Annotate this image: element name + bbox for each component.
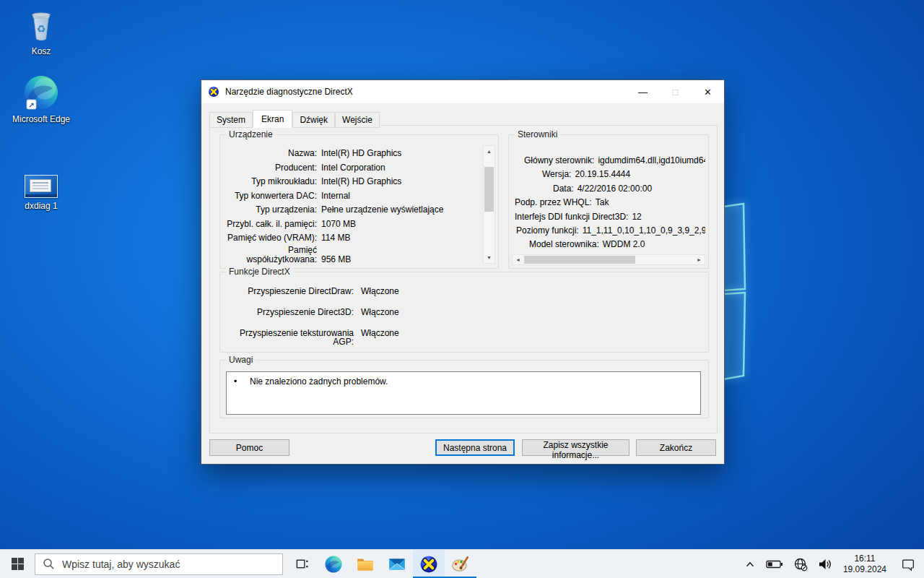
taskbar-app-paint[interactable]	[445, 550, 476, 578]
titlebar: Narzędzie diagnostyczne DirectX — □ ✕	[201, 80, 724, 103]
globe-no-internet-icon	[793, 557, 808, 571]
driver-row-value: WDDM 2.0	[603, 239, 645, 249]
driver-row-value: 4/22/2016 02:00:00	[578, 184, 652, 194]
taskbar-search[interactable]	[35, 553, 283, 575]
taskbar-clock[interactable]: 16:11 19.09.2024	[837, 553, 892, 575]
taskbar: 16:11 19.09.2024	[0, 549, 924, 578]
tab-wejscie[interactable]: Wejście	[335, 112, 380, 128]
device-row-label: Pamięć wideo (VRAM):	[226, 231, 317, 246]
taskbar-app-dxdiag[interactable]	[413, 550, 445, 578]
tab-system[interactable]: System	[209, 112, 253, 128]
device-row: Typ konwertera DAC:Internal	[226, 189, 476, 204]
taskbar-app-mail[interactable]	[381, 550, 413, 578]
recycle-bin-icon: ♻	[6, 6, 76, 43]
search-input[interactable]	[62, 558, 275, 570]
device-row: Przybl. całk. il. pamięci:1070 MB	[226, 217, 476, 232]
device-row-label: Typ konwertera DAC:	[226, 189, 317, 204]
notification-icon	[901, 557, 915, 571]
start-button[interactable]	[0, 550, 35, 578]
feature-row-label: Przyspieszenie teksturowania AGP:	[226, 329, 354, 346]
driver-row: Interfejs DDI funkcji Direct3D:12	[515, 210, 705, 224]
exit-button[interactable]: Zakończ	[636, 439, 716, 456]
window-title: Narzędzie diagnostyczne DirectX	[225, 87, 353, 97]
save-all-info-button[interactable]: Zapisz wszystkie informacje...	[522, 439, 629, 456]
scroll-down-icon[interactable]: ▼	[484, 252, 494, 263]
device-row: Pamięć wideo (VRAM):114 MB	[226, 231, 476, 246]
driver-row-value: Tak	[596, 197, 609, 207]
driver-row-value: 11_1,11_0,10_1,10_0,9_3,9_2,9_1	[583, 225, 705, 236]
screenshot-file-icon	[6, 160, 76, 198]
driver-row-label: Wersja:	[542, 169, 571, 179]
notes-group-title: Uwagi	[226, 355, 256, 365]
device-row-label: Przybl. całk. il. pamięci:	[226, 217, 317, 232]
feature-row: Przyspieszenie teksturowania AGP:Włączon…	[226, 329, 708, 346]
desktop-icon-dxdiag-file[interactable]: dxdiag 1	[6, 160, 76, 211]
desktop-icon-label: Microsoft Edge	[6, 114, 76, 124]
tab-strip: SystemEkranDźwiękWejście	[209, 112, 380, 126]
feature-row-label: Przyspieszenie Direct3D:	[226, 308, 354, 316]
device-row-value: Intel(R) HD Graphics	[321, 175, 401, 189]
driver-row: Model sterownika:WDDM 2.0	[515, 238, 705, 251]
folder-icon	[356, 555, 375, 574]
taskbar-app-file-explorer[interactable]	[349, 550, 381, 578]
dxdiag-app-icon	[208, 86, 219, 98]
taskbar-app-edge[interactable]	[318, 550, 349, 578]
desktop: ♻ Kosz ↗ Microsoft Edge	[0, 0, 924, 578]
tray-chevron-button[interactable]	[739, 550, 761, 578]
scroll-right-icon[interactable]: ►	[694, 255, 705, 264]
drivers-group-title: Sterowniki	[515, 129, 560, 139]
tray-network-button[interactable]	[788, 550, 813, 578]
driver-row-label: Interfejs DDI funkcji Direct3D:	[515, 212, 628, 222]
driver-row-label: Poziomy funkcji:	[516, 225, 579, 236]
device-vertical-scrollbar[interactable]: ▲ ▼	[483, 145, 495, 264]
action-center-button[interactable]	[892, 550, 924, 578]
tray-volume-button[interactable]	[813, 550, 837, 578]
device-row-value: Pełne urządzenie wyświetlające	[321, 203, 443, 217]
tab-dzwiek[interactable]: Dźwięk	[292, 112, 335, 128]
minimize-button[interactable]: —	[627, 80, 659, 103]
note-text: Nie znaleziono żadnych problemów.	[250, 376, 388, 387]
mail-icon	[388, 555, 406, 574]
desktop-icon-label: dxdiag 1	[6, 201, 76, 211]
notes-listbox[interactable]: • Nie znaleziono żadnych problemów.	[226, 371, 701, 415]
task-view-button[interactable]	[286, 550, 318, 578]
feature-row-value: Włączone	[361, 287, 399, 296]
scrollbar-thumb[interactable]	[524, 256, 635, 264]
feature-row-value: Włączone	[361, 329, 399, 346]
close-button[interactable]: ✕	[692, 80, 724, 103]
driver-row-value: 12	[632, 212, 641, 222]
drivers-horizontal-scrollbar[interactable]: ◄ ►	[512, 254, 705, 265]
device-row-value: Intel Corporation	[321, 161, 385, 176]
desktop-icon-recycle-bin[interactable]: ♻ Kosz	[6, 6, 76, 56]
bullet-icon: •	[234, 376, 250, 387]
scroll-left-icon[interactable]: ◄	[513, 255, 523, 264]
edge-icon	[324, 555, 343, 574]
driver-row: Główny sterownik:igdumdim64.dll,igd10ium…	[515, 154, 705, 168]
driver-row-label: Główny sterownik:	[524, 155, 594, 165]
scrollbar-thumb[interactable]	[484, 167, 494, 212]
next-page-button[interactable]: Następna strona	[435, 439, 515, 456]
desktop-icon-microsoft-edge[interactable]: ↗ Microsoft Edge	[6, 74, 76, 124]
search-icon	[43, 558, 55, 570]
driver-row-label: Data:	[553, 184, 574, 194]
feature-row: Przyspieszenie DirectDraw:Włączone	[226, 287, 708, 296]
paint-icon	[451, 555, 470, 574]
tab-ekran[interactable]: Ekran	[253, 110, 292, 128]
maximize-button-disabled: □	[659, 80, 692, 103]
clock-date: 19.09.2024	[843, 564, 886, 575]
notes-groupbox: Uwagi • Nie znaleziono żadnych problemów…	[219, 360, 709, 418]
scroll-up-icon[interactable]: ▲	[484, 146, 494, 157]
tray-battery-button[interactable]	[761, 550, 788, 578]
driver-rows: Główny sterownik:igdumdim64.dll,igd10ium…	[509, 135, 708, 252]
help-button[interactable]: Pomoc	[209, 439, 289, 456]
device-row: Pamięć współużytkowana:956 MB	[226, 246, 476, 264]
device-rows: Nazwa:Intel(R) HD Graphics Producent:Int…	[220, 135, 498, 264]
task-view-icon	[295, 557, 309, 571]
volume-icon	[818, 557, 832, 571]
edge-icon: ↗	[6, 74, 76, 111]
device-row-label: Typ urządzenia:	[226, 203, 317, 217]
dxdiag-icon	[419, 555, 438, 574]
feature-row: Przyspieszenie Direct3D:Włączone	[226, 308, 708, 316]
device-row-value: Intel(R) HD Graphics	[321, 147, 401, 161]
driver-row: Data:4/22/2016 02:00:00	[515, 182, 705, 196]
